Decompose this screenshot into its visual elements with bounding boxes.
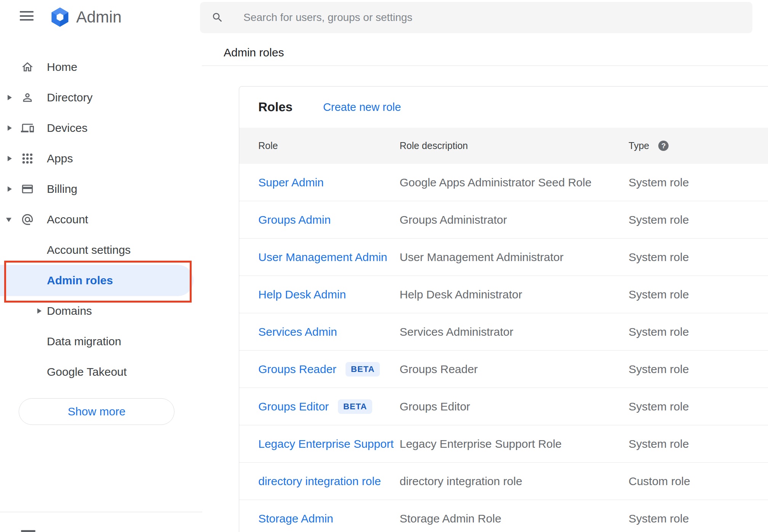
- search-bar[interactable]: [200, 2, 752, 33]
- column-header-description: Role description: [400, 140, 468, 151]
- cutoff-nav-icon: [21, 530, 35, 532]
- roles-card: Roles Create new role Role Role descript…: [239, 86, 768, 532]
- role-link[interactable]: Help Desk Admin: [258, 288, 346, 301]
- sidebar-item-billing[interactable]: Billing: [0, 174, 202, 204]
- sidebar-item-label: Account: [47, 213, 88, 226]
- role-link[interactable]: Super Admin: [258, 176, 324, 189]
- role-link[interactable]: Services Admin: [258, 325, 337, 338]
- role-type: System role: [629, 176, 768, 189]
- beta-badge: BETA: [346, 362, 380, 377]
- table-row-legacy-enterprise-support: Legacy Enterprise SupportLegacy Enterpri…: [239, 425, 768, 463]
- table-row-storage-admin: Storage AdminStorage Admin RoleSystem ro…: [239, 500, 768, 532]
- role-description: Legacy Enterprise Support Role: [400, 437, 629, 450]
- at-icon: [21, 213, 34, 226]
- sidebar-item-google-takeout[interactable]: Google Takeout: [0, 357, 202, 387]
- column-header-role: Role: [258, 140, 278, 151]
- help-icon[interactable]: ?: [658, 141, 669, 151]
- role-type: Custom role: [629, 475, 768, 488]
- search-icon: [211, 11, 224, 24]
- sidebar-item-account[interactable]: Account: [0, 204, 202, 235]
- create-new-role-link[interactable]: Create new role: [323, 101, 401, 114]
- sidebar: Admin HomeDirectoryDevicesAppsBillingAcc…: [0, 0, 202, 532]
- role-description: Services Administrator: [400, 325, 629, 338]
- search-input[interactable]: [243, 11, 720, 24]
- sidebar-item-label: Domains: [47, 304, 92, 317]
- chevron-right-icon[interactable]: [8, 125, 12, 131]
- role-type: System role: [629, 512, 768, 525]
- chevron-right-icon[interactable]: [8, 156, 12, 161]
- menu-hamburger-icon[interactable]: [20, 11, 34, 21]
- table-row-directory-integration-role: directory integration roledirectory inte…: [239, 463, 768, 500]
- sidebar-nav: HomeDirectoryDevicesAppsBillingAccountAc…: [0, 52, 202, 387]
- table-row-groups-reader: Groups ReaderBETAGroups ReaderSystem rol…: [239, 351, 768, 388]
- chevron-down-icon[interactable]: [6, 218, 11, 222]
- column-header-type: Type: [629, 140, 649, 151]
- role-type: System role: [629, 437, 768, 450]
- sidebar-item-devices[interactable]: Devices: [0, 113, 202, 143]
- sidebar-item-home[interactable]: Home: [0, 52, 202, 82]
- role-link[interactable]: Groups Editor: [258, 400, 329, 413]
- sidebar-item-data-migration[interactable]: Data migration: [0, 326, 202, 357]
- sidebar-bottom-divider: [0, 512, 202, 512]
- sidebar-item-label: Account settings: [47, 244, 131, 256]
- role-link[interactable]: Groups Admin: [258, 213, 331, 226]
- table-row-user-management-admin: User Management AdminUser Management Adm…: [239, 239, 768, 276]
- sidebar-item-apps[interactable]: Apps: [0, 143, 202, 174]
- role-link[interactable]: directory integration role: [258, 475, 381, 488]
- table-header-row: Role Role description Type ?: [239, 128, 768, 164]
- admin-console-page: Admin HomeDirectoryDevicesAppsBillingAcc…: [0, 0, 768, 532]
- chevron-right-icon[interactable]: [8, 186, 12, 192]
- google-admin-logo-icon[interactable]: [49, 6, 71, 28]
- role-description: Groups Administrator: [400, 213, 629, 226]
- table-row-super-admin: Super AdminGoogle Apps Administrator See…: [239, 164, 768, 201]
- role-link[interactable]: User Management Admin: [258, 251, 387, 264]
- role-description: Groups Reader: [400, 363, 629, 376]
- sidebar-item-admin-roles[interactable]: Admin roles: [0, 265, 202, 296]
- role-type: System role: [629, 400, 768, 413]
- apps-icon: [21, 152, 34, 165]
- show-more-button[interactable]: Show more: [19, 398, 174, 425]
- sidebar-item-directory[interactable]: Directory: [0, 82, 202, 113]
- role-type: System role: [629, 213, 768, 226]
- role-type: System role: [629, 288, 768, 301]
- sidebar-item-label: Apps: [47, 152, 73, 165]
- table-row-services-admin: Services AdminServices AdministratorSyst…: [239, 313, 768, 351]
- role-description: Groups Editor: [400, 400, 629, 413]
- role-link[interactable]: Legacy Enterprise Support: [258, 437, 394, 450]
- sidebar-item-label: Devices: [47, 122, 88, 135]
- card-icon: [21, 183, 34, 195]
- devices-icon: [21, 122, 34, 135]
- role-description: Help Desk Administrator: [400, 288, 629, 301]
- role-description: User Management Administrator: [400, 251, 629, 264]
- sidebar-item-domains[interactable]: Domains: [0, 296, 202, 326]
- roles-card-header: Roles Create new role: [239, 87, 768, 128]
- chevron-right-icon[interactable]: [8, 95, 12, 100]
- role-type: System role: [629, 251, 768, 264]
- table-row-groups-admin: Groups AdminGroups AdministratorSystem r…: [239, 201, 768, 239]
- role-type: System role: [629, 325, 768, 338]
- role-link[interactable]: Groups Reader: [258, 363, 336, 376]
- role-link[interactable]: Storage Admin: [258, 512, 333, 525]
- roles-table-body: Super AdminGoogle Apps Administrator See…: [239, 164, 768, 532]
- sidebar-item-label: Admin roles: [47, 274, 113, 287]
- header-divider: [202, 66, 768, 66]
- role-description: Google Apps Administrator Seed Role: [400, 176, 629, 189]
- role-description: Storage Admin Role: [400, 512, 629, 525]
- sidebar-item-label: Billing: [47, 183, 77, 195]
- role-description: directory integration role: [400, 475, 629, 488]
- sidebar-item-label: Directory: [47, 91, 93, 104]
- beta-badge: BETA: [338, 399, 372, 414]
- role-type: System role: [629, 363, 768, 376]
- home-icon: [21, 61, 34, 74]
- chevron-right-icon[interactable]: [37, 308, 42, 314]
- sidebar-item-label: Google Takeout: [47, 365, 127, 378]
- table-row-help-desk-admin: Help Desk AdminHelp Desk AdministratorSy…: [239, 276, 768, 313]
- person-icon: [21, 91, 34, 104]
- brand-title: Admin: [76, 8, 122, 27]
- card-title: Roles: [258, 100, 293, 114]
- sidebar-item-label: Home: [47, 61, 77, 74]
- sidebar-item-label: Data migration: [47, 335, 121, 348]
- sidebar-item-account-settings[interactable]: Account settings: [0, 235, 202, 265]
- breadcrumb: Admin roles: [224, 46, 284, 59]
- table-row-groups-editor: Groups EditorBETAGroups EditorSystem rol…: [239, 388, 768, 425]
